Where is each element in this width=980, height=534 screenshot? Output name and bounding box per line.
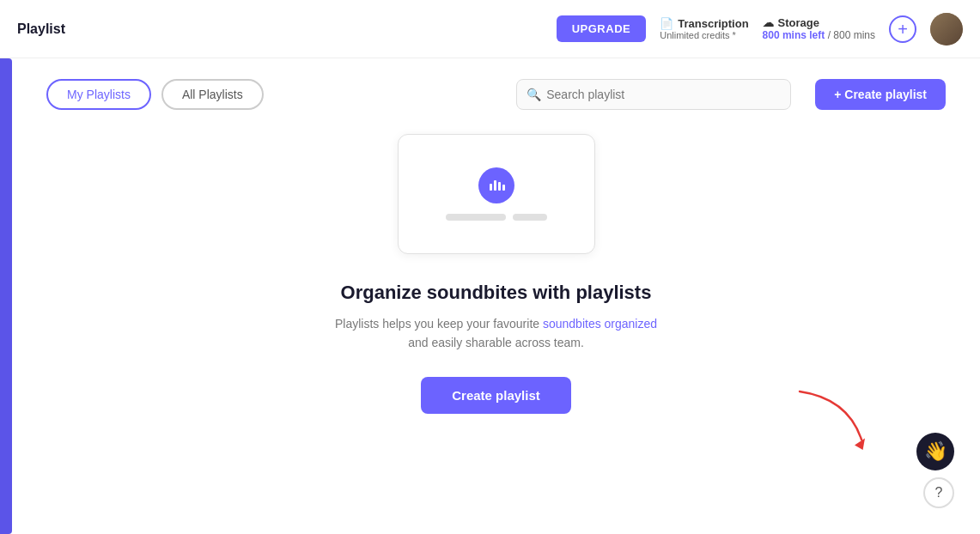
sidebar-strip	[0, 58, 12, 534]
svg-rect-0	[490, 184, 492, 191]
app-title: Playlist	[17, 21, 65, 37]
storage-total: 800 mins	[833, 29, 875, 41]
storage-title: ☁ Storage	[763, 16, 819, 29]
transcription-label: Transcription	[678, 17, 748, 30]
create-playlist-top-button[interactable]: + Create playlist	[815, 79, 946, 110]
main-content: My Playlists All Playlists 🔍 + Create pl…	[12, 58, 980, 434]
plus-button[interactable]: +	[889, 15, 916, 43]
playlist-illustration	[398, 134, 595, 254]
svg-rect-1	[494, 180, 496, 191]
placeholder-line-short	[513, 214, 547, 221]
highlight-text: soundbites organized	[543, 317, 657, 331]
header: Playlist UPGRADE 📄 Transcription Unlimit…	[0, 0, 980, 58]
storage-info: ☁ Storage 800 mins left / 800 mins	[763, 16, 875, 41]
empty-description: Playlists helps you keep your favourite …	[335, 314, 657, 353]
help-button[interactable]: ?	[923, 477, 954, 508]
empty-desc-line2: and easily sharable across team.	[408, 336, 584, 349]
placeholder-line-long	[446, 214, 506, 221]
svg-rect-3	[502, 185, 505, 191]
upgrade-button[interactable]: UPGRADE	[557, 15, 647, 42]
playlist-icon	[478, 167, 514, 203]
transcription-subtitle: Unlimited credits *	[660, 30, 736, 40]
transcription-title: 📄 Transcription	[660, 17, 748, 30]
search-icon: 🔍	[527, 88, 541, 101]
storage-mins: 800 mins left	[763, 29, 825, 41]
tab-my-playlists[interactable]: My Playlists	[46, 79, 151, 110]
storage-icon: ☁	[763, 16, 774, 29]
svg-marker-4	[855, 438, 865, 450]
search-box: 🔍	[516, 79, 791, 110]
tab-all-playlists[interactable]: All Playlists	[161, 79, 264, 110]
svg-rect-2	[498, 182, 501, 191]
empty-state: Organize soundbites with playlists Playl…	[46, 134, 946, 414]
header-right: UPGRADE 📄 Transcription Unlimited credit…	[557, 13, 963, 46]
empty-title: Organize soundbites with playlists	[341, 282, 652, 304]
transcription-info: 📄 Transcription Unlimited credits *	[660, 17, 748, 40]
create-playlist-main-button[interactable]: Create playlist	[421, 377, 571, 414]
transcription-icon: 📄	[660, 17, 673, 30]
red-arrow	[791, 385, 877, 457]
tab-bar: My Playlists All Playlists 🔍 + Create pl…	[46, 79, 946, 110]
storage-subtitle: 800 mins left / 800 mins	[763, 29, 875, 41]
search-input[interactable]	[516, 79, 791, 110]
header-left: Playlist	[17, 21, 65, 37]
wave-button[interactable]: 👋	[916, 433, 954, 470]
avatar-image	[930, 13, 963, 46]
avatar[interactable]	[930, 13, 963, 46]
placeholder-lines	[446, 214, 547, 221]
help-section: 👋 ?	[916, 433, 954, 508]
storage-label: Storage	[778, 16, 819, 29]
